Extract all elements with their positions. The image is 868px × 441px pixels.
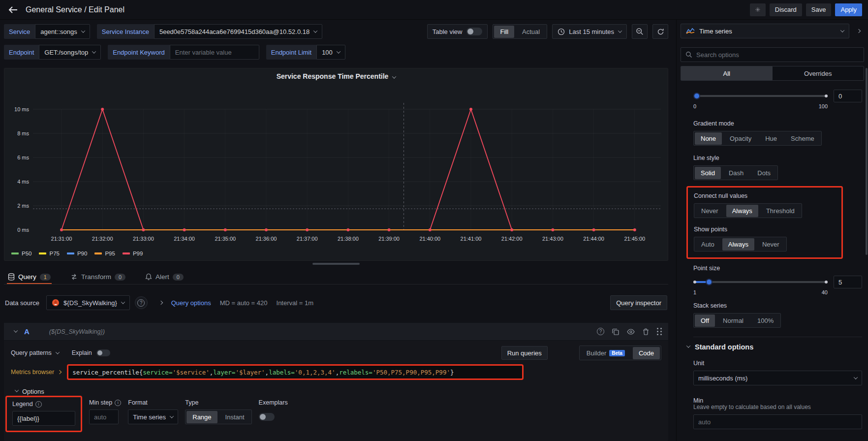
type-label: Type xyxy=(185,399,251,406)
svg-text:21:45:00: 21:45:00 xyxy=(624,236,645,242)
tab-overrides[interactable]: Overrides xyxy=(773,66,864,80)
options-collapse-header[interactable]: Options xyxy=(11,388,661,395)
chevron-down-icon xyxy=(686,344,690,347)
query-patterns-dropdown[interactable]: Query patterns xyxy=(11,349,59,356)
legend-item-p50[interactable]: P50 xyxy=(11,251,31,256)
tab-query[interactable]: Query 1 xyxy=(7,270,52,284)
bell-icon xyxy=(145,273,152,281)
slider-handle[interactable] xyxy=(693,93,700,99)
variable-endpoint-limit-select[interactable]: 100 xyxy=(316,45,345,60)
search-options-input[interactable] xyxy=(696,51,859,59)
option-never[interactable]: Never xyxy=(695,205,724,217)
option-actual[interactable]: Actual xyxy=(516,26,546,38)
save-button[interactable]: Save xyxy=(806,3,832,16)
metrics-browser-toggle[interactable]: Metrics browser xyxy=(11,369,61,376)
option-fill[interactable]: Fill xyxy=(494,26,514,38)
legend-item-p95[interactable]: P95 xyxy=(94,251,115,256)
chart-panel: Service Response Time Percentile 0 ms2 m… xyxy=(4,68,668,261)
fill-opacity-value[interactable] xyxy=(834,90,862,102)
discard-button[interactable]: Discard xyxy=(770,3,802,16)
tab-transform[interactable]: Transform 0 xyxy=(69,270,126,284)
option-solid[interactable]: Solid xyxy=(695,167,721,179)
svg-text:21:35:00: 21:35:00 xyxy=(215,236,236,242)
unit-dropdown[interactable]: milliseconds (ms) xyxy=(693,371,862,385)
point-size-value[interactable] xyxy=(834,276,862,288)
builder-option[interactable]: BuilderBeta xyxy=(581,347,631,359)
slider-handle[interactable] xyxy=(706,279,713,285)
drag-handle-icon[interactable] xyxy=(657,328,662,335)
panel-title[interactable]: Service Response Time Percentile xyxy=(4,72,668,80)
panel-settings-button[interactable] xyxy=(750,3,766,16)
option-scheme[interactable]: Scheme xyxy=(785,132,820,145)
format-dropdown[interactable]: Time series xyxy=(128,410,178,424)
trash-icon[interactable] xyxy=(643,328,649,335)
fill-opacity-control: 0 100 xyxy=(693,90,862,109)
eye-icon[interactable] xyxy=(627,329,635,335)
option-range[interactable]: Range xyxy=(186,411,217,423)
option-always[interactable]: Always xyxy=(726,205,758,217)
option-never[interactable]: Never xyxy=(756,238,785,251)
chevron-down-icon xyxy=(170,414,174,418)
help-icon[interactable]: ? xyxy=(597,328,604,335)
code-option[interactable]: Code xyxy=(633,347,660,359)
option-off[interactable]: Off xyxy=(695,315,715,327)
search-options-box xyxy=(681,47,864,62)
promql-expression-input[interactable]: service_percentile{service='$service', l… xyxy=(67,364,524,380)
point-size-slider[interactable] xyxy=(693,276,828,288)
chevron-right-icon xyxy=(158,301,162,305)
datasource-help-button[interactable]: ? xyxy=(135,296,148,309)
variable-service-instance-select[interactable]: 5eed0e5758a244aca6e7699415d360aa@10.52.0… xyxy=(154,24,322,39)
chart-svg[interactable]: 0 ms2 ms4 ms6 ms8 ms10 ms21:31:0021:32:0… xyxy=(4,68,669,244)
tab-alert[interactable]: Alert 0 xyxy=(144,270,185,284)
collapse-pane-button[interactable] xyxy=(853,30,864,32)
apply-button[interactable]: Apply xyxy=(835,3,862,16)
sidebar-scrollbar[interactable] xyxy=(866,68,868,255)
variable-service-label: Service xyxy=(4,24,35,39)
variable-service-select[interactable]: agent::songs xyxy=(35,24,90,39)
svg-text:8 ms: 8 ms xyxy=(17,130,29,136)
duplicate-icon[interactable] xyxy=(612,328,619,335)
endpoint-keyword-input[interactable] xyxy=(170,45,259,60)
query-inspector-button[interactable]: Query inspector xyxy=(610,295,667,310)
legend-item-p90[interactable]: P90 xyxy=(67,251,87,256)
legend-item-p99[interactable]: P99 xyxy=(123,251,143,256)
option-always[interactable]: Always xyxy=(722,238,754,251)
tab-all[interactable]: All xyxy=(681,66,773,80)
explain-toggle[interactable] xyxy=(96,349,110,356)
min-input[interactable] xyxy=(693,414,862,429)
query-options-toggle[interactable]: Query options MD = auto = 420 Interval =… xyxy=(159,299,313,307)
option-instant[interactable]: Instant xyxy=(219,411,250,423)
option-auto[interactable]: Auto xyxy=(695,238,720,251)
back-button[interactable] xyxy=(6,3,20,17)
option-hue[interactable]: Hue xyxy=(759,132,783,145)
standard-options-header[interactable]: Standard options xyxy=(682,343,862,351)
option-normal[interactable]: Normal xyxy=(717,315,749,327)
option-dots[interactable]: Dots xyxy=(751,167,776,179)
legend-item-p75[interactable]: P75 xyxy=(39,251,59,256)
table-view-toggle[interactable] xyxy=(466,28,482,35)
legend-label: P50 xyxy=(22,251,31,256)
exemplars-toggle[interactable] xyxy=(259,413,275,421)
option-opacity[interactable]: Opacity xyxy=(724,132,757,145)
panel-resize-handle[interactable] xyxy=(312,263,360,265)
datasource-picker[interactable]: ${DS_SkyWalking} xyxy=(46,295,130,310)
query-row-header[interactable]: A (${DS_SkyWalking}) ? xyxy=(4,323,668,341)
run-queries-button[interactable]: Run queries xyxy=(501,346,548,360)
refresh-button[interactable] xyxy=(652,24,668,39)
fill-opacity-slider[interactable] xyxy=(693,90,828,102)
show-points-label: Show points xyxy=(694,226,836,233)
refresh-icon xyxy=(657,28,664,35)
option-none[interactable]: None xyxy=(695,132,722,145)
legend-swatch xyxy=(11,252,19,254)
time-range-picker[interactable]: Last 15 minutes xyxy=(552,24,627,39)
option-threshold[interactable]: Threshold xyxy=(760,205,801,217)
zoom-out-button[interactable] xyxy=(632,24,648,39)
option-100-[interactable]: 100% xyxy=(751,315,779,327)
option-dash[interactable]: Dash xyxy=(723,167,749,179)
variable-endpoint-select[interactable]: GET:/songs/top xyxy=(39,45,101,60)
svg-text:4 ms: 4 ms xyxy=(17,179,29,185)
min-step-input[interactable] xyxy=(89,410,119,424)
legend-input[interactable] xyxy=(12,411,75,426)
tab-count-badge: 1 xyxy=(40,274,51,281)
visualization-picker[interactable]: Time series xyxy=(681,24,849,38)
